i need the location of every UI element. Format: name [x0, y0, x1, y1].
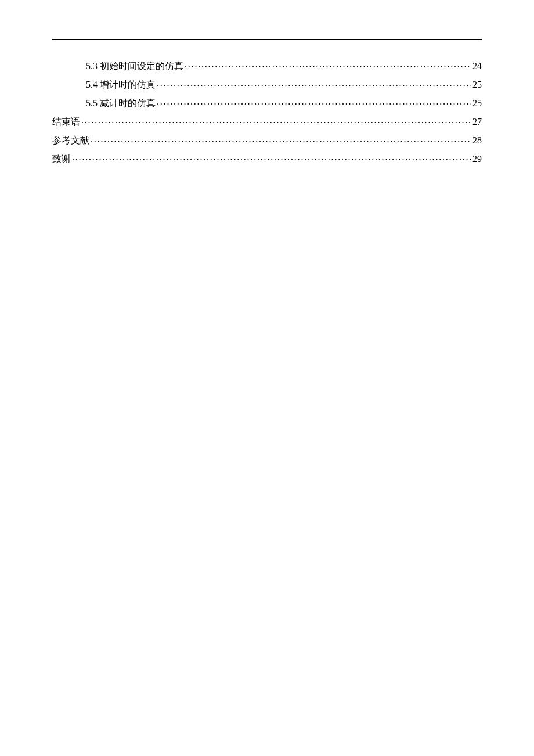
toc-leader [185, 60, 471, 69]
toc-leader [91, 134, 471, 143]
document-page: 5.3 初始时间设定的仿真 24 5.4 增计时的仿真 25 5.5 减计时的仿… [0, 0, 534, 164]
toc-page-number: 29 [472, 154, 482, 164]
toc-page-number: 28 [472, 136, 482, 145]
header-rule [52, 39, 482, 40]
toc-leader [157, 78, 471, 88]
toc-entry: 5.5 减计时的仿真 25 [52, 97, 482, 108]
toc-entry: 结束语 27 [52, 116, 482, 127]
toc-page-number: 27 [472, 117, 482, 127]
toc-label: 致谢 [52, 154, 71, 164]
toc-page-number: 24 [472, 62, 482, 71]
toc-page-number: 25 [472, 80, 482, 89]
toc-entry: 5.3 初始时间设定的仿真 24 [52, 60, 482, 71]
toc-page-number: 25 [472, 99, 482, 108]
toc-entry: 致谢 29 [52, 153, 482, 164]
toc-leader [157, 97, 471, 106]
toc-entry: 5.4 增计时的仿真 25 [52, 78, 482, 89]
toc-entry: 参考文献 28 [52, 134, 482, 145]
toc-label: 5.4 增计时的仿真 [86, 80, 156, 89]
table-of-contents: 5.3 初始时间设定的仿真 24 5.4 增计时的仿真 25 5.5 减计时的仿… [52, 60, 482, 164]
toc-leader [72, 153, 471, 162]
toc-leader [81, 116, 471, 125]
toc-label: 结束语 [52, 117, 80, 127]
toc-label: 参考文献 [52, 136, 89, 145]
toc-label: 5.3 初始时间设定的仿真 [86, 62, 183, 71]
toc-label: 5.5 减计时的仿真 [86, 99, 156, 108]
